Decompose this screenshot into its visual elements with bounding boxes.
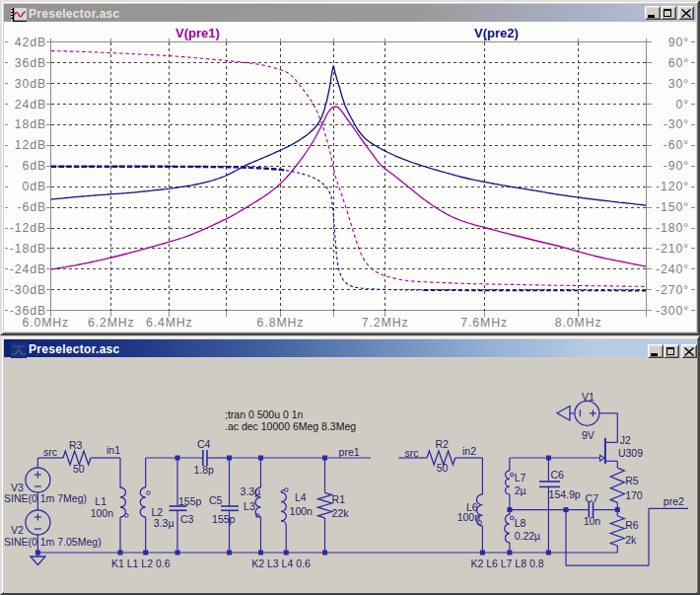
svg-text:L7: L7 (515, 472, 526, 483)
svg-text:src: src (404, 447, 418, 459)
svg-text:100n: 100n (457, 511, 481, 523)
svg-text:0.22µ: 0.22µ (515, 530, 541, 542)
svg-text:6.8MHz: 6.8MHz (257, 316, 305, 330)
svg-text:90°: 90° (668, 36, 689, 49)
svg-text:K2 L3 L4 0.6: K2 L3 L4 0.6 (251, 558, 311, 569)
svg-text:-180°: -180° (656, 221, 689, 235)
svg-text:12dB: 12dB (15, 138, 46, 152)
svg-text:-300°: -300° (656, 304, 689, 318)
svg-text:V3: V3 (11, 482, 24, 493)
svg-text:10n: 10n (584, 515, 601, 527)
svg-text:R2: R2 (436, 438, 450, 450)
svg-text:R6: R6 (625, 519, 639, 531)
svg-text:src: src (43, 446, 57, 458)
svg-text:0°: 0° (675, 98, 689, 112)
svg-text:30°: 30° (668, 77, 689, 91)
svg-text:-30dB: -30dB (10, 283, 46, 297)
svg-text:K1 L1 L2 0.6: K1 L1 L2 0.6 (111, 558, 171, 569)
svg-text:pre2: pre2 (664, 495, 684, 507)
svg-text:50: 50 (73, 463, 85, 475)
svg-text:6.4MHz: 6.4MHz (146, 316, 193, 330)
svg-text:-90°: -90° (664, 159, 689, 173)
svg-text:50: 50 (437, 462, 449, 474)
svg-text:6dB: 6dB (22, 159, 46, 173)
svg-text:L2: L2 (152, 506, 164, 518)
svg-text:1.8p: 1.8p (194, 464, 215, 476)
svg-text:V1: V1 (582, 391, 595, 403)
svg-text:6.0MHz: 6.0MHz (22, 316, 69, 330)
svg-text:100n: 100n (290, 505, 314, 517)
svg-text:C7: C7 (586, 492, 599, 504)
svg-text:100n: 100n (91, 507, 114, 519)
svg-text:L4: L4 (295, 491, 307, 503)
svg-text:36dB: 36dB (15, 56, 46, 70)
svg-text:2k: 2k (625, 534, 637, 546)
svg-text:-210°: -210° (656, 242, 689, 256)
svg-text:L1: L1 (95, 495, 106, 507)
svg-text:-6dB: -6dB (17, 200, 46, 214)
svg-text:SINE(0 1m 7.05Meg): SINE(0 1m 7.05Meg) (4, 536, 102, 548)
svg-text:3.3µ: 3.3µ (154, 517, 175, 529)
svg-text:L8: L8 (515, 517, 526, 529)
svg-text:V2: V2 (11, 524, 24, 536)
svg-text:3.3µ: 3.3µ (241, 485, 261, 497)
svg-text:R5: R5 (625, 475, 639, 486)
svg-text:155p: 155p (178, 495, 202, 507)
svg-text:L3: L3 (244, 500, 255, 512)
svg-text:-150°: -150° (656, 200, 689, 214)
svg-text:C4: C4 (197, 438, 211, 450)
svg-text:60°: 60° (668, 56, 689, 70)
svg-text:pre1: pre1 (339, 446, 360, 458)
svg-text:R3: R3 (69, 439, 83, 451)
svg-text:C5: C5 (209, 494, 223, 506)
svg-text:;tran 0 500u 0 1n: ;tran 0 500u 0 1n (225, 409, 304, 420)
svg-text:J2: J2 (620, 434, 631, 446)
svg-text:-120°: -120° (656, 180, 689, 193)
svg-text:22k: 22k (332, 507, 350, 519)
svg-text:-30°: -30° (664, 117, 689, 131)
svg-text:9V: 9V (582, 429, 595, 441)
svg-text:-270°: -270° (656, 283, 689, 297)
svg-text:C6: C6 (551, 469, 565, 481)
svg-text:in2: in2 (462, 445, 476, 457)
svg-text:SINE(0 1m 7Meg): SINE(0 1m 7Meg) (4, 492, 87, 504)
svg-text:2µ: 2µ (515, 484, 526, 496)
svg-text:170: 170 (625, 489, 643, 501)
svg-text:155p: 155p (212, 513, 236, 525)
svg-text:-12dB: -12dB (10, 221, 46, 235)
svg-text:18dB: 18dB (15, 117, 46, 131)
svg-text:.ac dec 10000 6Meg 8.3Meg: .ac dec 10000 6Meg 8.3Meg (225, 420, 356, 432)
svg-text:in1: in1 (106, 444, 120, 456)
svg-text:-60°: -60° (664, 138, 689, 152)
svg-text:154.9p: 154.9p (549, 488, 581, 500)
svg-text:6.2MHz: 6.2MHz (88, 316, 135, 330)
svg-text:C3: C3 (180, 513, 194, 525)
svg-text:-24dB: -24dB (10, 262, 46, 276)
svg-text:-240°: -240° (656, 262, 689, 276)
svg-text:7.2MHz: 7.2MHz (362, 316, 409, 330)
svg-text:30dB: 30dB (15, 77, 46, 91)
svg-text:V(pre1): V(pre1) (175, 26, 220, 40)
svg-text:R1: R1 (332, 493, 346, 505)
svg-text:0dB: 0dB (22, 180, 46, 193)
svg-text:K2 L6 L7 L8 0.8: K2 L6 L7 L8 0.8 (470, 558, 543, 569)
svg-text:8.0MHz: 8.0MHz (555, 316, 602, 330)
svg-text:24dB: 24dB (15, 98, 46, 112)
svg-text:U309: U309 (618, 447, 643, 459)
svg-text:7.6MHz: 7.6MHz (460, 316, 508, 330)
svg-text:V(pre2): V(pre2) (474, 26, 519, 40)
svg-text:-18dB: -18dB (10, 242, 46, 256)
svg-text:42dB: 42dB (15, 36, 46, 49)
